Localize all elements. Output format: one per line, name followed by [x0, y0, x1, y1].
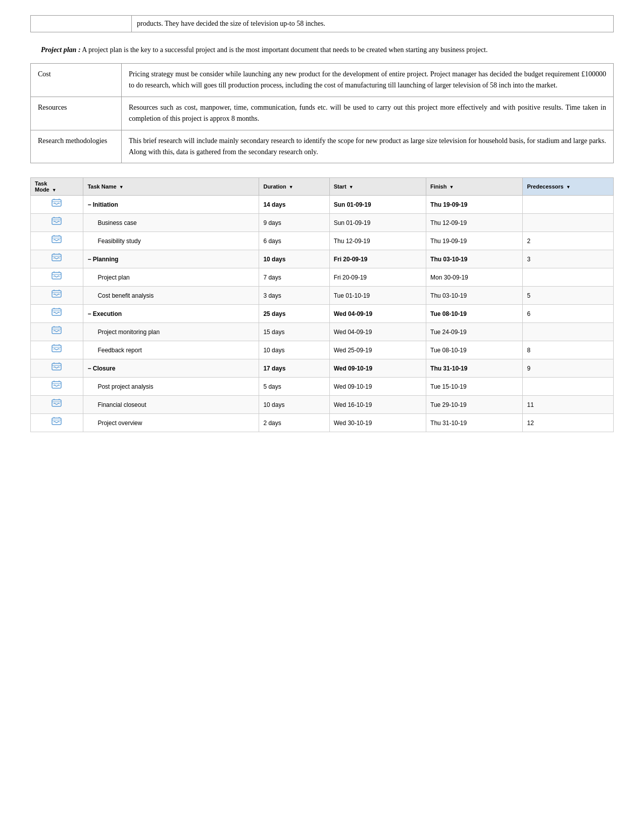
- svg-rect-16: [52, 272, 61, 279]
- sort-name-icon[interactable]: ▼: [119, 184, 124, 190]
- sort-duration-icon[interactable]: ▼: [289, 184, 293, 190]
- task-mode-icon: [52, 271, 63, 284]
- task-name-cell: − Execution: [83, 305, 259, 323]
- task-start-label: Fri 20-09-19: [334, 274, 367, 281]
- task-finish-label: Thu 12-09-19: [430, 219, 467, 226]
- sort-start-icon[interactable]: ▼: [349, 184, 354, 190]
- svg-rect-20: [52, 291, 61, 297]
- task-start-cell: Wed 30-10-19: [329, 414, 426, 432]
- task-predecessors-cell: 3: [523, 250, 614, 268]
- task-duration-label: 17 days: [263, 365, 285, 372]
- project-plan-intro: Project plan : A project plan is the key…: [30, 44, 614, 55]
- task-predecessors-label: 3: [527, 256, 530, 263]
- task-mode-cell: [31, 396, 83, 414]
- svg-rect-44: [52, 400, 61, 406]
- task-start-label: Sun 01-09-19: [334, 201, 371, 208]
- task-duration-cell: 17 days: [259, 359, 329, 378]
- task-mode-icon: [52, 289, 63, 302]
- svg-rect-48: [52, 418, 61, 425]
- task-predecessors-label: 2: [527, 238, 530, 245]
- task-name-cell: Cost benefit analysis: [83, 287, 259, 305]
- table-row: Financial closeout10 daysWed 16-10-19Tue…: [31, 396, 614, 414]
- task-predecessors-cell: 6: [523, 305, 614, 323]
- task-mode-cell: [31, 305, 83, 323]
- task-start-cell: Wed 16-10-19: [329, 396, 426, 414]
- task-mode-icon: [52, 380, 63, 393]
- task-name-label: Project overview: [87, 420, 142, 427]
- task-mode-cell: [31, 268, 83, 287]
- task-duration-label: 9 days: [263, 219, 281, 226]
- content-text: Pricing strategy must be consider while …: [122, 64, 614, 97]
- task-name-cell: − Closure: [83, 359, 259, 378]
- sort-finish-icon[interactable]: ▼: [450, 184, 454, 190]
- task-name-label: Financial closeout: [87, 401, 146, 408]
- svg-rect-0: [52, 200, 61, 206]
- th-mode[interactable]: TaskMode ▼: [31, 178, 83, 196]
- task-predecessors-cell: 9: [523, 359, 614, 378]
- table-row: − Initiation14 daysSun 01-09-19Thu 19-09…: [31, 196, 614, 214]
- sort-pred-icon[interactable]: ▼: [566, 184, 571, 190]
- th-finish[interactable]: Finish ▼: [426, 178, 523, 196]
- task-finish-label: Thu 19-09-19: [430, 238, 467, 245]
- task-finish-cell: Thu 31-10-19: [426, 414, 523, 432]
- task-mode-icon: [52, 216, 63, 229]
- task-mode-cell: [31, 196, 83, 214]
- top-cell-right: products. They have decided the size of …: [132, 16, 614, 32]
- table-row: Feasibility study6 daysThu 12-09-19Thu 1…: [31, 232, 614, 250]
- task-mode-cell: [31, 323, 83, 341]
- task-finish-label: Tue 15-10-19: [430, 383, 467, 390]
- task-name-label: − Closure: [87, 365, 115, 372]
- task-mode-cell: [31, 214, 83, 232]
- task-start-cell: Tue 01-10-19: [329, 287, 426, 305]
- content-text: Resources such as cost, manpower, time, …: [122, 97, 614, 130]
- task-name-cell: Project overview: [83, 414, 259, 432]
- task-start-label: Wed 16-10-19: [334, 401, 372, 408]
- task-duration-cell: 5 days: [259, 378, 329, 396]
- task-duration-label: 10 days: [263, 347, 284, 354]
- task-predecessors-cell: [523, 323, 614, 341]
- task-start-cell: Wed 09-10-19: [329, 359, 426, 378]
- task-duration-label: 6 days: [263, 238, 281, 245]
- task-name-cell: Project monitoring plan: [83, 323, 259, 341]
- th-start[interactable]: Start ▼: [329, 178, 426, 196]
- task-mode-icon: [52, 398, 63, 411]
- svg-rect-32: [52, 345, 61, 352]
- svg-rect-8: [52, 236, 61, 243]
- task-start-label: Tue 01-10-19: [334, 292, 370, 299]
- sort-mode-icon[interactable]: ▼: [52, 188, 57, 193]
- task-finish-cell: Tue 08-10-19: [426, 305, 523, 323]
- task-start-label: Wed 04-09-19: [334, 329, 372, 336]
- task-predecessors-cell: 2: [523, 232, 614, 250]
- th-duration[interactable]: Duration ▼: [259, 178, 329, 196]
- task-start-label: Wed 25-09-19: [334, 347, 372, 354]
- task-finish-label: Tue 24-09-19: [430, 329, 467, 336]
- th-predecessors[interactable]: Predecessors ▼: [523, 178, 614, 196]
- table-row: Project overview2 daysWed 30-10-19Thu 31…: [31, 414, 614, 432]
- task-duration-cell: 15 days: [259, 323, 329, 341]
- task-name-cell: Business case: [83, 214, 259, 232]
- content-row: ResourcesResources such as cost, manpowe…: [31, 97, 614, 130]
- task-mode-icon: [52, 198, 63, 211]
- table-row: − Execution25 daysWed 04-09-19Tue 08-10-…: [31, 305, 614, 323]
- task-mode-cell: [31, 232, 83, 250]
- task-finish-label: Tue 08-10-19: [430, 310, 467, 317]
- task-finish-label: Tue 08-10-19: [430, 347, 467, 354]
- task-duration-label: 7 days: [263, 274, 281, 281]
- svg-rect-40: [52, 382, 61, 388]
- task-start-label: Sun 01-09-19: [334, 219, 371, 226]
- task-finish-label: Thu 03-10-19: [430, 256, 467, 263]
- task-finish-label: Mon 30-09-19: [430, 274, 468, 281]
- task-predecessors-cell: 5: [523, 287, 614, 305]
- task-finish-cell: Thu 19-09-19: [426, 196, 523, 214]
- task-start-cell: Fri 20-09-19: [329, 250, 426, 268]
- th-name[interactable]: Task Name ▼: [83, 178, 259, 196]
- task-finish-label: Thu 31-10-19: [430, 420, 467, 427]
- task-duration-label: 5 days: [263, 383, 281, 390]
- task-predecessors-label: 8: [527, 347, 530, 354]
- task-duration-cell: 10 days: [259, 396, 329, 414]
- task-name-label: Feedback report: [87, 347, 141, 354]
- task-duration-label: 10 days: [263, 256, 285, 263]
- task-name-label: − Initiation: [87, 201, 118, 208]
- task-duration-cell: 10 days: [259, 250, 329, 268]
- task-start-cell: Sun 01-09-19: [329, 214, 426, 232]
